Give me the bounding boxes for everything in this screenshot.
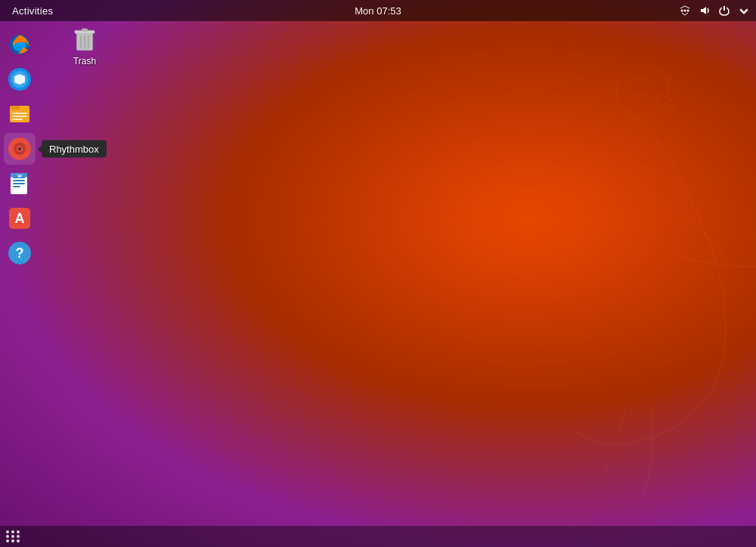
svg-text:A: A — [15, 211, 25, 226]
dock-item-files[interactable] — [4, 98, 36, 130]
dock-item-teamviewer[interactable] — [4, 63, 36, 95]
dock-item-rhythmbox[interactable]: Rhythmbox — [4, 133, 36, 165]
svg-rect-24 — [13, 183, 25, 184]
desktop-artwork — [227, 0, 756, 547]
desktop: Activities Mon 07:53 — [0, 0, 756, 547]
desktop-icon-trash[interactable]: Trash — [54, 21, 115, 70]
svg-point-6 — [687, 10, 689, 12]
panel-menu-arrow[interactable] — [738, 5, 750, 17]
show-apps-icon — [6, 530, 20, 542]
svg-point-2 — [302, 68, 726, 491]
svg-rect-13 — [12, 113, 27, 114]
dock-item-ubuntu-software[interactable]: A — [4, 202, 36, 234]
dock: Rhythmbox W A — [0, 21, 39, 526]
svg-point-1 — [630, 78, 648, 96]
svg-point-19 — [18, 147, 21, 150]
svg-rect-23 — [13, 180, 25, 181]
svg-rect-25 — [13, 186, 20, 187]
svg-point-5 — [684, 10, 686, 12]
svg-rect-12 — [10, 106, 20, 110]
sound-icon[interactable] — [699, 5, 711, 17]
dock-item-libreoffice-writer[interactable]: W — [4, 168, 36, 199]
panel-left: Activities — [6, 5, 59, 17]
bottom-panel — [0, 526, 756, 547]
show-apps-button[interactable] — [6, 530, 23, 542]
panel-right — [679, 5, 750, 17]
trash-label: Trash — [73, 56, 96, 66]
network-icon[interactable] — [679, 5, 691, 17]
power-icon[interactable] — [718, 5, 730, 17]
svg-rect-34 — [82, 29, 88, 31]
svg-point-4 — [681, 10, 683, 12]
activities-button[interactable]: Activities — [6, 5, 59, 17]
dock-item-firefox[interactable] — [4, 29, 36, 60]
svg-text:?: ? — [16, 246, 24, 261]
svg-point-3 — [363, 128, 665, 431]
svg-rect-14 — [12, 116, 27, 117]
svg-rect-15 — [12, 119, 23, 120]
dock-item-help[interactable]: ? — [4, 237, 36, 269]
panel-clock: Mon 07:53 — [355, 5, 401, 17]
rhythmbox-tooltip: Rhythmbox — [42, 141, 107, 158]
svg-text:W: W — [17, 174, 22, 178]
top-panel: Activities Mon 07:53 — [0, 0, 756, 21]
